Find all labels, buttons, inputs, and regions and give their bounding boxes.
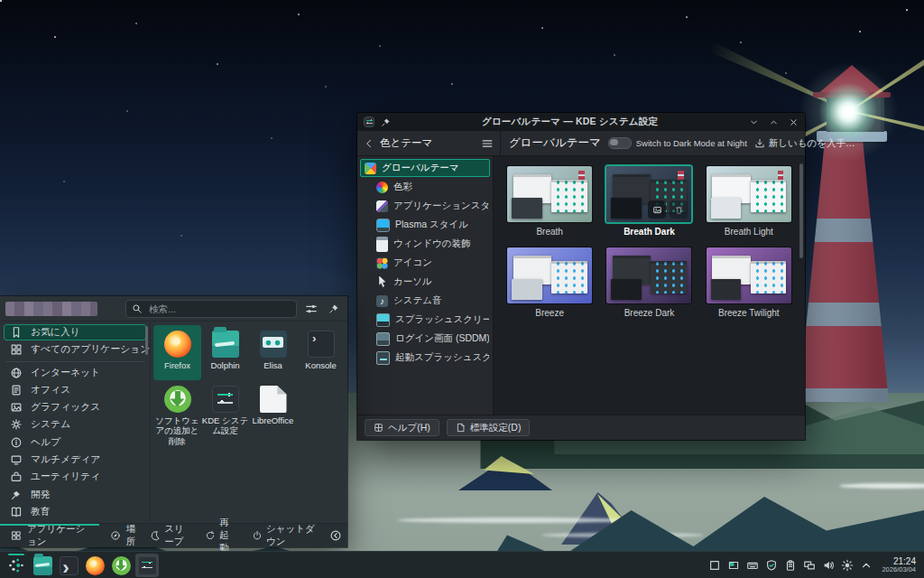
configure-button[interactable] [303, 301, 319, 317]
launcher-category[interactable]: ユーティリティ [4, 469, 146, 485]
sidebar-item-label: システム音 [393, 294, 441, 307]
settings-sidebar-item[interactable]: スプラッシュスクリーン [360, 311, 490, 329]
launcher-tab-applications[interactable]: アプリケーション [0, 524, 99, 547]
task-software-manager[interactable] [109, 554, 133, 577]
theme-name: Breath [536, 227, 562, 237]
firefox-icon [86, 556, 105, 575]
delete-theme-button[interactable] [670, 200, 688, 219]
launcher-category[interactable]: グラフィックス [4, 399, 146, 415]
digital-clock[interactable]: 21:24 2026/03/04 [882, 556, 916, 574]
help-button[interactable]: ヘルプ(H) [365, 419, 439, 436]
theme-card-breath[interactable]: Breath [506, 166, 593, 237]
settings-sidebar-item[interactable]: ログイン画面 (SDDM) [360, 330, 490, 348]
settings-sidebar-item[interactable]: Plasma スタイル [360, 216, 490, 234]
favorite-label: Dolphin [210, 360, 239, 370]
hamburger-menu-icon[interactable] [481, 137, 494, 150]
theme-thumbnail [707, 166, 791, 222]
close-button[interactable] [789, 117, 799, 127]
bookmark-icon [10, 326, 23, 339]
maximize-button[interactable] [769, 117, 779, 127]
launcher-category[interactable]: ヘルプ [4, 434, 146, 451]
preview-theme-button[interactable] [648, 200, 666, 219]
tray-volume[interactable] [819, 557, 836, 574]
software-manager-icon [112, 556, 131, 575]
pin-launcher-button[interactable] [326, 301, 342, 317]
dark-mode-toggle[interactable] [608, 137, 632, 149]
dolphin-app-icon [212, 331, 239, 358]
sidebar-item-label: アイコン [393, 256, 432, 269]
favorite-app-ソフトウェアの追加と削除[interactable]: ソフトウェアの追加と削除 [153, 380, 201, 435]
tray-display-settings[interactable] [800, 557, 818, 574]
settings-sidebar-item[interactable]: 色彩 [360, 178, 490, 196]
scrollbar[interactable] [799, 163, 803, 258]
favorite-app-kde-システム設定[interactable]: KDE システム設定 [201, 380, 249, 435]
sidebar-item-label: ログイン画面 (SDDM) [395, 332, 490, 345]
launcher-category[interactable]: 教育 [4, 504, 146, 520]
settings-sidebar-item[interactable]: アプリケーションスタイル [360, 197, 490, 215]
task-app-launcher[interactable] [5, 554, 28, 577]
tray-clipboard[interactable] [781, 557, 799, 574]
task-konsole[interactable] [57, 554, 80, 577]
settings-sidebar-item[interactable]: 起動スプラッシュスクリーン [360, 349, 490, 367]
sound-icon: ♪ [376, 295, 388, 307]
minimize-button[interactable] [749, 117, 759, 127]
settings-sidebar-item[interactable]: カーソル [360, 273, 490, 291]
defaults-button[interactable]: 標準設定(D) [447, 419, 531, 436]
search-input[interactable] [147, 303, 291, 315]
more-actions-button[interactable] [329, 529, 342, 542]
launcher-category[interactable]: 開発 [4, 486, 146, 502]
launcher-scrollbar[interactable] [145, 326, 148, 355]
launcher-category[interactable]: オフィス [4, 382, 146, 398]
task-system-settings[interactable] [135, 554, 159, 577]
pin-icon[interactable] [381, 117, 391, 127]
launcher-category[interactable]: お気に入り [4, 324, 146, 340]
education-icon [10, 506, 23, 518]
theme-card-breeze-twilight[interactable]: Breeze Twilight [706, 247, 792, 318]
favorite-app-dolphin[interactable]: Dolphin [201, 325, 249, 380]
appstyle-icon [376, 200, 388, 212]
launcher-category[interactable]: マルチメディア [4, 452, 146, 468]
sleep-button[interactable]: スリープ [150, 523, 191, 548]
grid-icon [11, 530, 22, 541]
tray-night-color[interactable] [838, 557, 855, 574]
titlebar[interactable]: グローバルテーマ — KDE システム設定 [357, 113, 805, 131]
category-label: ユーティリティ [31, 471, 100, 483]
theme-name: Breeze Dark [624, 308, 675, 318]
power-button[interactable]: シャットダウン [252, 523, 316, 548]
favorite-app-libreoffice[interactable]: LibreOffice [249, 380, 297, 435]
dark-mode-toggle-label: Switch to Dark Mode at Night [636, 138, 747, 148]
launcher-category[interactable]: すべてのアプリケーション [4, 341, 146, 358]
favorite-app-konsole[interactable]: Konsole [297, 325, 345, 380]
theme-card-breath-dark[interactable]: Breath Dark [605, 166, 692, 237]
tray-expand-tray[interactable] [857, 557, 874, 574]
sidebar-item-label: アプリケーションスタイル [393, 200, 490, 212]
tray-widget-frame[interactable] [706, 557, 723, 574]
tray-keyboard-layout[interactable] [744, 557, 761, 574]
tray-virtual-desktop-pager[interactable] [725, 557, 742, 574]
settings-sidebar-item[interactable]: アイコン [360, 254, 490, 272]
theme-card-breath-light[interactable]: Breath Light [706, 166, 792, 237]
gear-icon [10, 418, 23, 431]
favorite-app-elisa[interactable]: Elisa [249, 325, 297, 380]
launcher-category[interactable]: インターネット [4, 364, 146, 380]
tray-security-shield[interactable] [762, 557, 780, 574]
back-icon[interactable] [364, 138, 374, 149]
search-field[interactable] [125, 300, 297, 318]
launcher-category[interactable]: システム [4, 416, 146, 433]
lighthouse [799, 140, 889, 402]
launcher-tab-places[interactable]: 場所 [99, 524, 150, 547]
favorite-label: LibreOffice [253, 415, 294, 425]
get-new-themes-button[interactable]: 新しいものを入手… [754, 137, 855, 150]
settings-sidebar-item[interactable]: ♪システム音 [360, 292, 490, 310]
restart-icon [205, 530, 216, 541]
settings-sidebar-item[interactable]: ウィンドウの装飾 [360, 235, 490, 253]
task-firefox[interactable] [83, 554, 106, 577]
settings-sidebar-item[interactable]: グローバルテーマ [360, 159, 490, 177]
system-settings-window: グローバルテーマ — KDE システム設定 色とテーマ グローバルテーマ Swi… [357, 113, 805, 440]
office-icon [10, 384, 23, 396]
theme-card-breeze-dark[interactable]: Breeze Dark [605, 247, 692, 318]
theme-card-breeze[interactable]: Breeze [506, 247, 593, 318]
theme-thumbnail [507, 166, 592, 222]
favorite-app-firefox[interactable]: Firefox [153, 325, 201, 380]
task-dolphin[interactable] [31, 554, 54, 577]
